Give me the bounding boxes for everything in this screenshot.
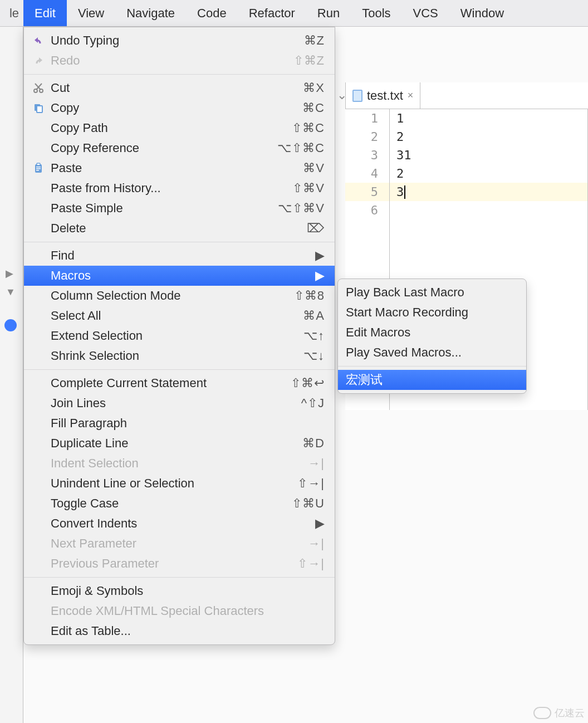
menu-item[interactable]: Edit as Table... <box>24 621 335 641</box>
menu-item[interactable]: Edit Macros <box>338 323 526 343</box>
line-number: 2 <box>345 128 389 146</box>
menu-item-label: Copy Path <box>51 121 286 135</box>
menu-item-shortcut: →| <box>308 456 325 471</box>
menu-item: Redo⇧⌘Z <box>24 51 335 71</box>
redo-icon <box>32 56 45 66</box>
menu-item[interactable]: Select All⌘A <box>24 306 335 326</box>
menu-item-shortcut: ⌥↑ <box>303 329 325 343</box>
menu-item[interactable]: Shrink Selection⌥↓ <box>24 346 335 366</box>
menubar-item-refactor[interactable]: Refactor <box>238 0 306 26</box>
menu-item[interactable]: Macros▶ <box>24 266 335 286</box>
menu-item-shortcut: ⇧→| <box>297 476 325 491</box>
menu-item-label: Select All <box>51 309 297 323</box>
undo-icon <box>32 36 45 46</box>
menu-item-label: Column Selection Mode <box>51 289 288 303</box>
menu-separator <box>24 242 335 242</box>
cloud-icon <box>533 707 551 719</box>
menu-item[interactable]: Paste from History...⇧⌘V <box>24 178 335 198</box>
menu-item-label: Previous Parameter <box>51 556 292 571</box>
menubar-item-view[interactable]: View <box>67 0 115 26</box>
menu-item-label: Extend Selection <box>51 329 298 343</box>
project-toolwindow-gutter[interactable]: ▶ ▼ <box>0 27 23 723</box>
menu-separator <box>24 369 335 370</box>
watermark-text: 亿速云 <box>555 706 585 720</box>
menu-item[interactable]: Duplicate Line⌘D <box>24 433 335 453</box>
menu-item[interactable]: Cut⌘X <box>24 78 335 98</box>
menu-item-shortcut: ⌦ <box>307 221 325 236</box>
menu-item-shortcut: ⌘C <box>302 101 325 115</box>
menu-item-label: Cut <box>51 81 297 95</box>
menu-item-shortcut: →| <box>308 536 325 551</box>
menu-item[interactable]: Toggle Case⇧⌘U <box>24 494 335 514</box>
code-line[interactable]: 2 <box>390 164 587 183</box>
menu-item-label: Copy <box>51 101 297 115</box>
menu-item[interactable]: Copy⌘C <box>24 98 335 118</box>
code-line[interactable]: 3 <box>390 183 587 201</box>
menu-item-label: Emoji & Symbols <box>51 584 325 598</box>
line-number: 3 <box>345 146 389 164</box>
menubar-item-tools[interactable]: Tools <box>351 0 401 26</box>
menu-item: Indent Selection→| <box>24 453 335 473</box>
menu-item[interactable]: Copy Reference⌥⇧⌘C <box>24 138 335 158</box>
menu-item-shortcut: ⌥⇧⌘C <box>277 141 325 155</box>
menu-item-label: Paste from History... <box>51 181 287 196</box>
close-tab-icon[interactable]: × <box>408 90 414 101</box>
menu-item-shortcut: ⇧⌘8 <box>294 289 325 303</box>
menu-item-label: Complete Current Statement <box>51 376 285 390</box>
menu-item[interactable]: Fill Paragraph <box>24 413 335 433</box>
menu-item-label: Edit Macros <box>346 325 516 340</box>
menu-item[interactable]: Play Saved Macros... <box>338 343 526 363</box>
menu-item-shortcut: ⇧⌘↩ <box>291 376 325 390</box>
code-line[interactable]: 31 <box>390 146 587 164</box>
menu-item[interactable]: Copy Path⇧⌘C <box>24 118 335 138</box>
menubar: le Edit View Navigate Code Refactor Run … <box>0 0 588 27</box>
menu-item[interactable]: Column Selection Mode⇧⌘8 <box>24 286 335 306</box>
menu-item-label: Edit as Table... <box>51 624 325 638</box>
menu-item-shortcut: ⌘X <box>303 81 325 95</box>
code-line[interactable]: 2 <box>390 128 587 146</box>
menu-item[interactable]: Start Macro Recording <box>338 302 526 323</box>
menubar-item-run[interactable]: Run <box>306 0 351 26</box>
menu-item[interactable]: Find▶ <box>24 246 335 266</box>
editor-tab[interactable]: test.txt × <box>345 82 420 109</box>
edit-dropdown-menu: Undo Typing⌘ZRedo⇧⌘ZCut⌘XCopy⌘CCopy Path… <box>23 27 335 645</box>
menu-item[interactable]: Complete Current Statement⇧⌘↩ <box>24 373 335 393</box>
svg-rect-7 <box>37 163 40 165</box>
editor-tab-row: test.txt × <box>345 82 588 109</box>
menu-item[interactable]: Unindent Line or Selection⇧→| <box>24 473 335 494</box>
menu-item-label: Shrink Selection <box>51 349 298 363</box>
menu-item[interactable]: 宏测试 <box>338 370 526 390</box>
line-number: 4 <box>345 164 389 183</box>
menu-item[interactable]: Paste⌘V <box>24 158 335 178</box>
menubar-item-edit[interactable]: Edit <box>23 0 67 26</box>
menu-item-label: Copy Reference <box>51 141 272 155</box>
menu-item-label: Duplicate Line <box>51 436 297 451</box>
tree-expanded-icon: ▼ <box>6 286 16 298</box>
menubar-item-code[interactable]: Code <box>186 0 238 26</box>
svg-rect-8 <box>36 167 41 168</box>
menu-item[interactable]: Emoji & Symbols <box>24 581 335 601</box>
menu-item-label: Next Parameter <box>51 536 302 551</box>
menubar-item-navigate[interactable]: Navigate <box>115 0 186 26</box>
code-line[interactable] <box>390 201 587 219</box>
svg-rect-5 <box>37 106 42 113</box>
menu-separator <box>338 366 526 367</box>
copy-icon <box>32 102 45 114</box>
menu-item-label: Encode XML/HTML Special Characters <box>51 604 325 618</box>
menu-item[interactable]: Extend Selection⌥↑ <box>24 326 335 346</box>
menubar-left-stub: le <box>0 0 23 26</box>
menubar-item-vcs[interactable]: VCS <box>402 0 449 26</box>
code-line[interactable]: 1 <box>390 109 587 128</box>
menu-item[interactable]: Undo Typing⌘Z <box>24 31 335 51</box>
text-file-icon <box>352 90 362 102</box>
menu-item-label: Play Back Last Macro <box>346 285 516 300</box>
menu-item[interactable]: Join Lines^⇧J <box>24 393 335 413</box>
menu-item[interactable]: Convert Indents▶ <box>24 514 335 534</box>
menu-item[interactable]: Play Back Last Macro <box>338 282 526 302</box>
menu-item[interactable]: Paste Simple⌥⇧⌘V <box>24 198 335 218</box>
menubar-item-window[interactable]: Window <box>449 0 515 26</box>
menu-item-label: Toggle Case <box>51 496 286 511</box>
menu-item-shortcut: ⌘D <box>302 436 325 451</box>
submenu-arrow-icon: ▶ <box>315 268 325 283</box>
menu-item[interactable]: Delete⌦ <box>24 218 335 238</box>
